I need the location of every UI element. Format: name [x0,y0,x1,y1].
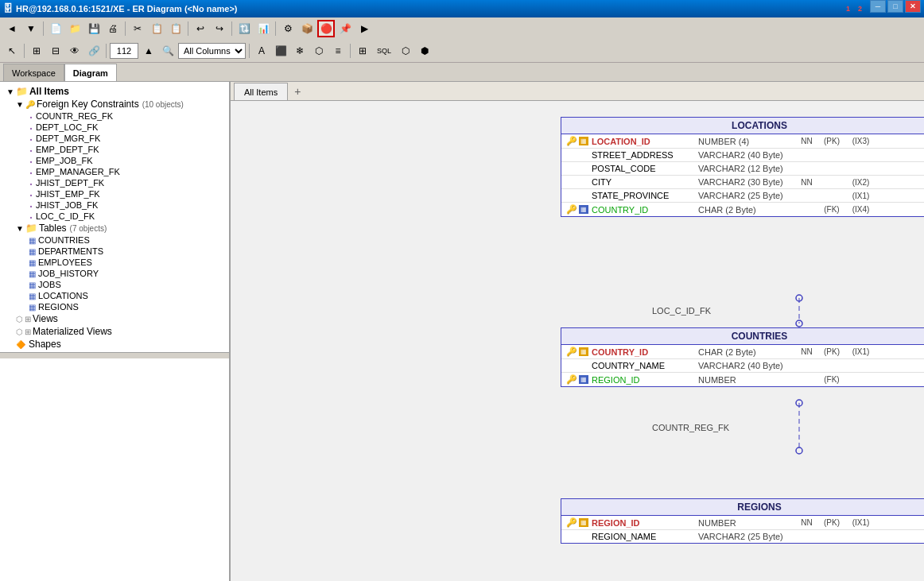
tb-h-btn[interactable]: ⬢ [416,42,433,60]
sidebar-fk-item[interactable]: ⬩ JHIST_JOB_FK [3,199,226,211]
main-layout: ▼ 📁 All Items ▼ 🔑 Foreign Key Constraint… [0,82,924,581]
cursor-btn[interactable]: ↖ [3,42,21,60]
print-btn[interactable]: 🖨 [104,20,122,37]
view-btn[interactable]: 👁 [66,42,83,60]
pk-key-icon: 🔑 [566,136,577,146]
active-btn[interactable]: 🔴 [317,20,335,37]
er-table-regions: REGIONS 🔑 ▦ REGION_ID NUMBER NN (PK) (IX… [561,498,924,544]
tb-b-btn[interactable]: ⬛ [272,42,289,60]
tb-e-btn[interactable]: ≡ [329,42,347,60]
tab-diagram[interactable]: Diagram [64,64,117,81]
toolbar-area: ◄ ▼ 📄 📁 💾 🖨 ✂ 📋 📋 ↩ ↪ 🔃 📊 ⚙ 📦 🔴 📌 ▶ ↖ ⊞ … [0,17,924,63]
sidebar-fk-item[interactable]: ⬩ EMP_MANAGER_FK [3,166,226,177]
regions-row-2: REGION_NAME VARCHAR2 (25 Byte) [561,530,924,543]
save-btn[interactable]: 💾 [85,20,103,37]
tb-g-btn[interactable]: ⬡ [397,42,414,60]
new-btn[interactable]: 📄 [47,20,64,37]
fk-item-icon: ⬩ [29,190,33,199]
er-table-countries: COUNTRIES 🔑 ▦ COUNTRY_ID CHAR (2 Byte) N… [561,327,924,387]
sidebar-shapes-section[interactable]: 🔶 Shapes [3,338,226,351]
sidebar-table-item[interactable]: ▦ REGIONS [3,301,226,312]
open-btn[interactable]: 📁 [66,20,83,37]
countries-row-2: COUNTRY_NAME VARCHAR2 (40 Byte) [561,359,924,373]
zoom-input[interactable]: 112 [110,43,138,59]
matviews-section-label: Materialized Views [33,326,112,337]
svg-point-1 [796,295,802,301]
fk-item-icon: ⬩ [29,157,33,165]
redo-btn[interactable]: ↪ [211,20,228,37]
sidebar-fk-item[interactable]: ⬩ JHIST_EMP_FK [3,188,226,199]
refresh-btn[interactable]: 🔃 [235,20,253,37]
run-btn[interactable]: ▶ [355,20,373,37]
diagram-inner: LOC_C_ID_FK COUNTR_REG_FK LOCATIONS 🔑 ▦ … [231,101,924,581]
settings-btn[interactable]: ⚙ [279,20,297,37]
package-btn[interactable]: 📦 [298,20,316,37]
maximize-button[interactable]: □ [887,0,903,13]
sidebar-table-item[interactable]: ▦ JOB_HISTORY [3,268,226,279]
sidebar-table-item[interactable]: ▦ EMPLOYEES [3,257,226,268]
sidebar-table-item[interactable]: ▦ COUNTRIES [3,234,226,246]
tab-workspace[interactable]: Workspace [3,64,64,81]
tb-d-btn[interactable]: ⬡ [310,42,328,60]
link-btn[interactable]: 🔗 [85,42,103,60]
columns-dropdown[interactable]: All Columns [178,43,246,59]
close-button[interactable]: ✕ [905,0,921,13]
minimize-button[interactable]: ─ [870,0,886,13]
locations-row-4: CITY VARCHAR2 (30 Byte) NN (IX2) [561,176,924,189]
fk-item-icon: ⬩ [29,201,33,210]
content-tab-add[interactable]: + [288,83,307,100]
table-item-icon: ▦ [29,269,36,278]
zoom-up-btn[interactable]: ▲ [140,42,157,60]
sidebar-fk-item[interactable]: ⬩ COUNTR_REG_FK [3,110,226,122]
sidebar-fk-section[interactable]: ▼ 🔑 Foreign Key Constraints (10 objects) [3,98,226,110]
table-item-label: JOB_HISTORY [38,269,99,278]
sidebar-fk-item[interactable]: ⬩ EMP_DEPT_FK [3,144,226,155]
sidebar-fk-item[interactable]: ⬩ DEPT_MGR_FK [3,133,226,144]
sidebar-fk-item[interactable]: ⬩ DEPT_LOC_FK [3,122,226,133]
table-item-icon: ▦ [29,247,36,256]
countries-header: COUNTRIES [561,328,924,345]
content-tab-allitems[interactable]: All Items [234,83,288,100]
cut-btn[interactable]: ✂ [129,20,146,37]
dropdown-btn[interactable]: ▼ [22,20,40,37]
locations-row-2: STREET_ADDRESS VARCHAR2 (40 Byte) [561,149,924,162]
pk-key-icon-c: 🔑 [566,347,577,357]
report-btn[interactable]: 📊 [254,20,272,37]
sidebar-hscroll[interactable] [0,352,229,358]
views-icon: ⊞ [25,315,31,323]
loc-c-id-fk-label: LOC_C_ID_FK [652,306,711,316]
grid-btn[interactable]: ⊞ [28,42,45,60]
sidebar-views-section[interactable]: ⬡ ⊞ Views [3,312,226,325]
layout-btn[interactable]: ⊟ [47,42,64,60]
sidebar-table-item[interactable]: ▦ JOBS [3,279,226,290]
table-item-label: JOBS [38,280,61,289]
fk-item-label: LOC_C_ID_FK [36,211,95,221]
svg-point-4 [796,400,802,406]
sidebar-fk-item[interactable]: ⬩ LOC_C_ID_FK [3,211,226,222]
fk-item-label: EMP_MANAGER_FK [36,167,120,176]
sidebar-fk-item[interactable]: ⬩ EMP_JOB_FK [3,155,226,166]
tb-a-btn[interactable]: A [253,42,270,60]
copy-btn[interactable]: 📋 [148,20,165,37]
sidebar-tables-section[interactable]: ▼ 📁 Tables (7 objects) [3,222,226,234]
tb-f-btn[interactable]: ⊞ [354,42,371,60]
fk-key-icon-cou: 🔑 [566,374,577,385]
tb-c-btn[interactable]: ❄ [291,42,309,60]
pin-btn[interactable]: 📌 [336,20,354,37]
sidebar-fk-item[interactable]: ⬩ JHIST_DEPT_FK [3,177,226,188]
undo-btn[interactable]: ↩ [192,20,209,37]
sql-btn[interactable]: SQL [373,42,395,60]
sidebar-table-item[interactable]: ▦ LOCATIONS [3,290,226,301]
matviews-icon: ⊞ [25,327,31,336]
sidebar-matviews-section[interactable]: ⬡ ⊞ Materialized Views [3,325,226,338]
sidebar-root[interactable]: ▼ 📁 All Items [3,85,226,98]
back-btn[interactable]: ◄ [3,20,21,37]
tables-count: (7 objects) [70,224,107,233]
sidebar-table-item[interactable]: ▦ DEPARTMENTS [3,246,226,257]
toolbar-row-2: ↖ ⊞ ⊟ 👁 🔗 112 ▲ 🔍 All Columns A ⬛ ❄ ⬡ ≡ … [0,40,924,62]
fk-item-icon: ⬩ [29,134,33,143]
diagram-canvas[interactable]: LOC_C_ID_FK COUNTR_REG_FK LOCATIONS 🔑 ▦ … [231,101,924,581]
zoom-search-btn[interactable]: 🔍 [159,42,177,60]
countries-row-3: 🔑 ▦ REGION_ID NUMBER (FK) [561,373,924,386]
paste-btn[interactable]: 📋 [167,20,184,37]
